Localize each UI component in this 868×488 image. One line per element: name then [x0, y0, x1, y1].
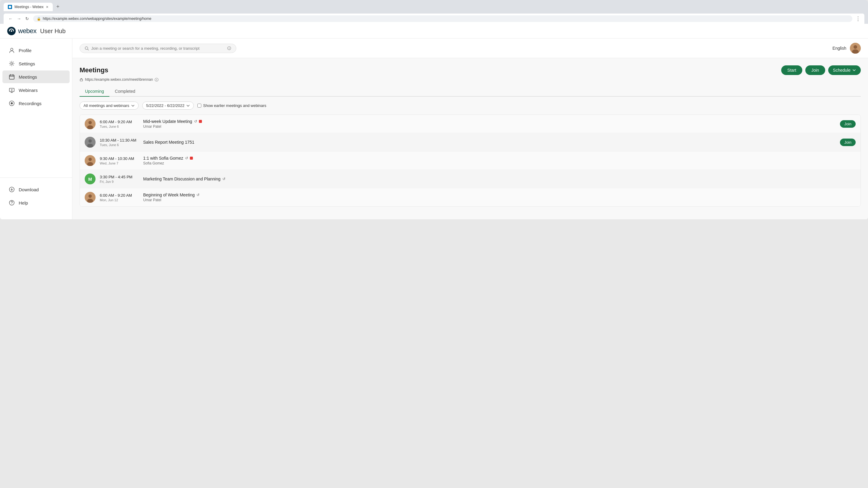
- search-input[interactable]: [91, 46, 225, 51]
- svg-point-4: [11, 63, 13, 64]
- search-input-wrap[interactable]: [80, 44, 236, 53]
- new-tab-button[interactable]: +: [54, 2, 62, 11]
- search-icon: [85, 46, 89, 51]
- avatar-image-row5: [85, 192, 96, 203]
- svg-point-3: [10, 48, 13, 51]
- app-container: webex User Hub Profile: [0, 24, 868, 219]
- date-range-filter[interactable]: 5/22/2022 - 6/22/2022: [142, 101, 194, 110]
- meeting-name-text-3: 1:1 with Sofia Gomez: [143, 156, 183, 161]
- svg-point-21: [156, 78, 157, 79]
- back-button[interactable]: ←: [7, 16, 14, 22]
- sidebar-item-meetings[interactable]: Meetings: [2, 70, 70, 83]
- meeting-info-5: Beginning of Week Meeting ↺ Umar Patel: [143, 193, 851, 202]
- language-selector[interactable]: English: [832, 46, 846, 51]
- meetings-content-area: Meetings Start Join Schedule: [72, 58, 868, 214]
- info-circle-icon: [155, 78, 158, 82]
- chevron-date-icon: [186, 104, 190, 107]
- join-meeting-button[interactable]: Join: [805, 65, 825, 75]
- url-bar[interactable]: 🔒 https://example.webex.com/webappng/sit…: [33, 15, 852, 22]
- meeting-url-text: https://example.webex.com/meet/ibrennan: [85, 77, 153, 82]
- schedule-meeting-button[interactable]: Schedule: [828, 65, 861, 75]
- svg-point-15: [229, 47, 229, 47]
- meeting-name-text-4: Marketing Team Discussion and Planning: [143, 176, 221, 181]
- info-icon: [227, 46, 231, 50]
- meeting-time-4: 3:30 PM - 4:45 PM Fri, Jun 9: [100, 175, 139, 184]
- gear-icon: [8, 60, 15, 67]
- record-icon: [8, 100, 15, 107]
- sidebar-item-help[interactable]: Help: [2, 196, 70, 209]
- active-tab[interactable]: Meetings - Webex ×: [4, 3, 53, 11]
- sidebar-item-download[interactable]: Download: [2, 183, 70, 196]
- browser-navigation: ← → ↻: [7, 16, 30, 22]
- tab-favicon: [8, 5, 12, 9]
- show-earlier-checkbox[interactable]: [197, 104, 201, 107]
- sidebar-item-webinars[interactable]: Webinars: [2, 84, 70, 96]
- avatar-image-row2: [85, 137, 96, 148]
- sidebar-nav: Profile Settings: [0, 43, 72, 177]
- meetings-list: 6:00 AM - 9:20 AM Tues, June 6 Mid-week …: [80, 115, 861, 207]
- sidebar-item-settings[interactable]: Settings: [2, 57, 70, 70]
- table-row: 10:30 AM - 11:30 AM Tues, June 6 Sales R…: [80, 133, 861, 152]
- recur-icon-3: ↺: [185, 156, 188, 160]
- personal-meeting-url: https://example.webex.com/meet/ibrennan: [80, 77, 861, 82]
- meeting-time-5: 6:00 AM - 9:20 AM Mon, Jun 12: [100, 193, 139, 202]
- forward-button[interactable]: →: [16, 16, 22, 22]
- url-text: https://example.webex.com/webappng/sites…: [43, 17, 151, 21]
- schedule-label: Schedule: [833, 68, 850, 73]
- browser-menu-button[interactable]: ⋮: [855, 15, 861, 22]
- search-bar-area: English: [72, 38, 868, 58]
- meeting-avatar: [85, 119, 96, 129]
- webinar-icon: [8, 87, 15, 93]
- svg-point-32: [89, 195, 92, 198]
- svg-point-7: [11, 90, 12, 91]
- record-indicator-3: [190, 157, 193, 160]
- meeting-info-1: Mid-week Update Meeting ↺ Umar Patel: [143, 119, 836, 129]
- refresh-button[interactable]: ↻: [24, 16, 30, 22]
- avatar-image-row1: [85, 119, 96, 129]
- sidebar-item-profile[interactable]: Profile: [2, 44, 70, 57]
- app-logo: webex User Hub: [7, 27, 66, 35]
- meeting-avatar-2: [85, 137, 96, 148]
- sidebar-recordings-label: Recordings: [19, 101, 41, 106]
- browser-chrome: Meetings - Webex × +: [0, 0, 868, 11]
- join-row-button-2[interactable]: Join: [840, 138, 856, 146]
- meeting-host-5: Umar Patel: [143, 198, 851, 202]
- meeting-info-3: 1:1 with Sofia Gomez ↺ Sofia Gomez: [143, 156, 851, 165]
- meetings-title: Meetings: [80, 66, 108, 74]
- svg-point-12: [11, 204, 12, 204]
- main-layout: Profile Settings: [0, 38, 868, 219]
- webex-logo-icon: [7, 27, 16, 35]
- meeting-type-filter[interactable]: All meetings and webinars: [80, 101, 138, 110]
- svg-point-29: [89, 158, 92, 161]
- sidebar-item-recordings[interactable]: Recordings: [2, 97, 70, 110]
- meeting-name-text-5: Beginning of Week Meeting: [143, 193, 195, 197]
- table-row: 9:30 AM - 10:30 AM Wed, June 7 1:1 with …: [80, 152, 861, 170]
- meetings-header: Meetings Start Join Schedule: [80, 65, 861, 75]
- svg-point-23: [89, 121, 92, 124]
- meeting-time-2: 10:30 AM - 11:30 AM Tues, June 6: [100, 138, 139, 147]
- filter-type-label: All meetings and webinars: [84, 103, 129, 108]
- tab-upcoming[interactable]: Upcoming: [80, 87, 110, 97]
- tab-title: Meetings - Webex: [14, 5, 44, 9]
- start-meeting-button[interactable]: Start: [781, 65, 802, 75]
- meeting-avatar-4: M: [85, 173, 96, 184]
- top-bar: webex User Hub: [0, 24, 868, 38]
- lock-small-icon: [80, 78, 83, 82]
- browser-tabs: Meetings - Webex × +: [4, 2, 864, 11]
- meeting-tabs: Upcoming Completed: [80, 87, 861, 97]
- logo-text: webex: [18, 27, 36, 35]
- sidebar-meetings-label: Meetings: [19, 74, 37, 79]
- help-icon: [8, 199, 15, 206]
- meeting-row-actions-1: Join: [840, 120, 856, 128]
- sidebar-download-label: Download: [19, 187, 39, 192]
- tab-completed[interactable]: Completed: [110, 87, 141, 97]
- person-icon: [8, 47, 15, 54]
- user-hub-label: User Hub: [40, 28, 65, 35]
- main-content: English Meetings Start: [72, 38, 868, 219]
- browser-address-bar: ← → ↻ 🔒 https://example.webex.com/webapp…: [4, 13, 864, 24]
- user-avatar[interactable]: [850, 43, 861, 54]
- tab-close-button[interactable]: ×: [46, 4, 49, 9]
- meetings-actions: Start Join Schedule: [781, 65, 861, 75]
- meeting-avatar-5: [85, 192, 96, 203]
- join-row-button-1[interactable]: Join: [840, 120, 856, 128]
